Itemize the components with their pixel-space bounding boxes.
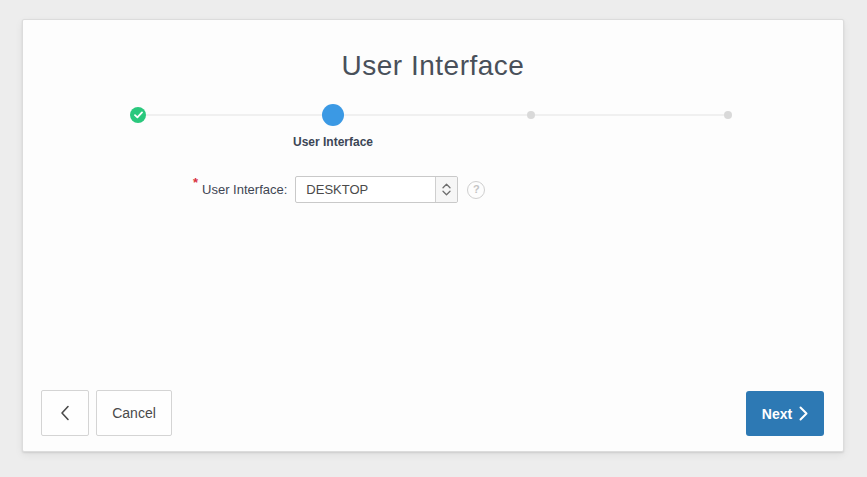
chevron-up-icon [442,183,451,189]
chevron-left-icon [60,405,70,421]
next-button[interactable]: Next [746,391,824,436]
step-marker-3-pending [527,111,535,119]
help-icon[interactable]: ? [467,181,485,199]
required-marker: * [193,175,198,190]
select-spinner[interactable] [435,177,457,202]
wizard-stepper: User Interface [23,96,845,176]
check-icon [134,111,143,119]
wizard-dialog: User Interface User Interface * User Int… [22,19,844,452]
chevron-right-icon [799,406,808,421]
page-background: User Interface User Interface * User Int… [0,0,867,477]
user-interface-select[interactable]: DESKTOP [295,176,458,203]
step-label: User Interface [293,135,373,149]
form-row: * User Interface: DESKTOP ? [193,172,485,207]
step-marker-4-pending [724,111,732,119]
chevron-down-icon [442,190,451,196]
field-label: User Interface: [202,182,287,197]
wizard-title: User Interface [23,50,843,82]
cancel-button[interactable]: Cancel [96,390,172,436]
select-value: DESKTOP [296,177,435,202]
next-button-label: Next [762,406,792,422]
back-button[interactable] [41,390,89,436]
step-marker-1-complete [130,107,146,123]
step-marker-2-current: User Interface [322,104,344,126]
stepper-line [138,114,728,116]
